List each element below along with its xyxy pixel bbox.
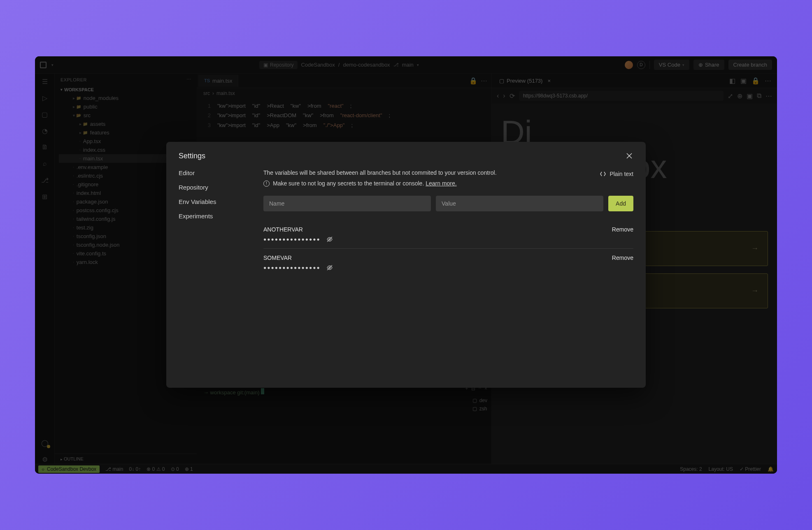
more-icon[interactable]: ⋯ <box>186 77 191 82</box>
terminal[interactable]: + ⊟ ^ × ▢dev ▢zsh → workspace git:(main) <box>197 384 491 464</box>
file-features[interactable]: ▸ 📁features <box>59 128 197 137</box>
lock-icon[interactable]: 🔒 <box>752 77 760 85</box>
account-icon[interactable]: ◯ <box>40 438 49 447</box>
repository-pill[interactable]: ▣ Repository <box>259 61 298 69</box>
gear-icon[interactable]: ⚙ <box>40 455 49 464</box>
chevron-down-icon[interactable]: ▾ <box>51 63 54 67</box>
split-icon[interactable]: ◧ <box>729 77 735 85</box>
reload-icon[interactable]: ⟳ <box>510 92 515 100</box>
status-spaces[interactable]: Spaces: 2 <box>680 466 702 472</box>
more-icon[interactable]: ⋯ <box>481 77 487 85</box>
create-branch-button[interactable]: Create branch <box>728 60 772 70</box>
extensions-icon[interactable]: ⊞ <box>40 192 49 201</box>
share-button[interactable]: ⊕ Share <box>693 60 724 70</box>
status-sync[interactable]: 0↓ 0↑ <box>129 466 141 472</box>
status-bar: ⟐ CodeSandbox Devbox ⎇ main 0↓ 0↑ ⊗ 0 ⚠ … <box>35 464 777 474</box>
breadcrumb-repo[interactable]: demo-codesandbox <box>343 62 390 68</box>
add-icon[interactable]: ⊕ <box>737 92 742 100</box>
file-src[interactable]: ▾ 📂src <box>59 111 197 120</box>
breadcrumb-org[interactable]: CodeSandbox <box>301 62 335 68</box>
explorer-title: EXPLORER <box>60 77 87 82</box>
scm-icon[interactable]: ⎇ <box>40 176 49 185</box>
avatar[interactable] <box>625 61 633 69</box>
outline-header[interactable]: ▸ OUTLINE <box>55 454 197 464</box>
file-icon: · <box>73 208 74 213</box>
more-icon[interactable]: ⋯ <box>765 92 772 100</box>
files-icon[interactable]: 🗎 <box>40 143 49 152</box>
preview-toolbar: ‹ › ⟳ https://98dwq3-5173.csb.app/ ⤢ ⊕ ▣… <box>492 88 777 104</box>
tab-main-tsx[interactable]: TS main.tsx <box>198 75 238 87</box>
remove-button[interactable]: Remove <box>612 226 633 233</box>
file-assets[interactable]: ▸ 📁assets <box>59 120 197 128</box>
editor-breadcrumb[interactable]: src › main.tsx <box>197 88 491 99</box>
file-node-modules[interactable]: ▸ 📁node_modules <box>59 94 197 102</box>
code-editor[interactable]: 1"kw">import "id">React "kw">from "react… <box>197 99 491 132</box>
plain-text-toggle[interactable]: Plain text <box>600 171 633 177</box>
activity-bar: ☰ ▷ ▢ ◔ 🗎 ⌕ ⎇ ⊞ ◯ ⚙ <box>35 74 55 464</box>
editor-tabs: TS main.tsx 🔒 ⋯ <box>197 74 491 88</box>
branch-icon: ⎇ <box>393 62 399 67</box>
env-value-input[interactable] <box>436 196 603 211</box>
file-icon: · <box>73 165 74 169</box>
nav-experiments[interactable]: Experiments <box>179 213 249 220</box>
lock-icon[interactable]: 🔒 <box>469 77 477 85</box>
file-icon: · <box>73 225 74 230</box>
learn-more-link[interactable]: Learn more. <box>426 180 456 187</box>
terminal-session-zsh[interactable]: ▢zsh <box>472 405 487 413</box>
file-icon: ▸ 📁 <box>79 130 88 135</box>
nav-env-variables[interactable]: Env Variables <box>179 198 249 205</box>
branch-chevron-icon[interactable]: ▾ <box>417 63 419 67</box>
close-icon[interactable]: × <box>547 78 551 84</box>
tab-preview[interactable]: ▢ Preview (5173) × <box>495 75 555 86</box>
file-public[interactable]: ▸ 📁public <box>59 102 197 111</box>
repo-icon: ▣ <box>263 62 268 68</box>
expand-icon[interactable]: ⤢ <box>728 92 733 100</box>
status-layout[interactable]: Layout: US <box>709 466 733 472</box>
chevron-down-icon: ▾ <box>682 63 684 67</box>
workspace-header[interactable]: ▾ WORKSPACE <box>55 86 197 94</box>
menu-icon[interactable]: ☰ <box>40 77 49 86</box>
close-icon[interactable] <box>626 153 633 160</box>
chevron-right-icon: ▸ <box>60 457 63 461</box>
run-icon[interactable]: ▷ <box>40 93 49 102</box>
status-errors[interactable]: ⊗ 0 ⚠ 0 <box>147 466 165 472</box>
breadcrumb-branch[interactable]: main <box>402 62 414 68</box>
layout-icon[interactable]: ▣ <box>740 77 747 85</box>
box-icon[interactable]: ▢ <box>40 110 49 119</box>
status-branch[interactable]: ⎇ main <box>105 466 123 472</box>
breadcrumb-sep: / <box>338 62 340 68</box>
search-icon[interactable]: ⌕ <box>40 159 49 168</box>
tsx-file-icon: TS <box>204 78 210 83</box>
status-prettier[interactable]: ✓ Prettier <box>740 466 761 472</box>
status-radio[interactable]: ⊙ 0 <box>171 466 179 472</box>
settings-modal: Settings Editor Repository Env Variables… <box>166 142 646 388</box>
vscode-button[interactable]: VS Code ▾ <box>654 60 689 70</box>
eye-off-icon[interactable] <box>326 236 333 243</box>
env-var-name: SOMEVAR <box>263 255 333 261</box>
file-icon: · <box>73 191 74 195</box>
status-port[interactable]: ⊕ 1 <box>185 466 193 472</box>
nav-editor[interactable]: Editor <box>179 169 249 176</box>
file-icon: · <box>73 243 74 247</box>
forward-icon[interactable]: › <box>503 92 505 100</box>
env-name-input[interactable] <box>263 196 431 211</box>
remove-button[interactable]: Remove <box>612 255 633 261</box>
arrow-right-icon: → <box>751 244 758 253</box>
avatar-secondary[interactable]: D <box>637 61 645 69</box>
app-logo-icon[interactable] <box>40 62 47 68</box>
modal-title: Settings <box>179 152 205 160</box>
preview-url-input[interactable]: https://98dwq3-5173.csb.app/ <box>519 91 724 101</box>
link-icon[interactable]: ⧉ <box>757 92 761 100</box>
nav-repository[interactable]: Repository <box>179 184 249 191</box>
window-icon[interactable]: ▣ <box>747 92 753 100</box>
more-icon[interactable]: ⋯ <box>765 77 771 85</box>
status-bell-icon[interactable]: 🔔 <box>768 466 774 472</box>
modal-nav: Editor Repository Env Variables Experime… <box>179 169 249 375</box>
terminal-session-dev[interactable]: ▢dev <box>472 396 487 405</box>
eye-off-icon[interactable] <box>326 264 333 271</box>
back-icon[interactable]: ‹ <box>497 92 499 100</box>
github-icon[interactable]: ◔ <box>40 126 49 135</box>
status-codesandbox-chip[interactable]: ⟐ CodeSandbox Devbox <box>38 465 100 473</box>
add-button[interactable]: Add <box>608 196 633 211</box>
file-icon: ▸ 📁 <box>79 122 88 126</box>
